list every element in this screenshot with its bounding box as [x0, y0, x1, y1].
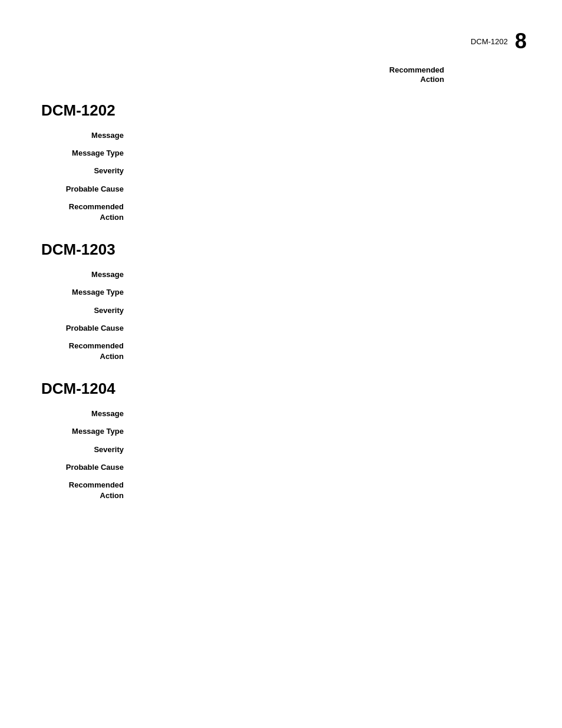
- section-dcm-1202: DCM-1202 Message Message Type Severity P…: [41, 101, 521, 223]
- document-id: DCM-1202: [471, 37, 508, 46]
- field-label-recommended-action-1202: RecommendedAction: [41, 202, 135, 223]
- field-message-1204: Message: [41, 409, 521, 419]
- field-probable-cause-1203: Probable Cause: [41, 323, 521, 334]
- field-label-message-type-1202: Message Type: [41, 148, 135, 159]
- field-label-recommended-action-1204: RecommendedAction: [41, 480, 135, 501]
- field-message-type-1203: Message Type: [41, 287, 521, 298]
- field-label-probable-cause-1204: Probable Cause: [41, 462, 135, 473]
- field-label-message-type-1203: Message Type: [41, 287, 135, 298]
- section-dcm-1203: DCM-1203 Message Message Type Severity P…: [41, 241, 521, 362]
- field-severity-1203: Severity: [41, 305, 521, 316]
- field-recommended-action-1204: RecommendedAction: [41, 480, 521, 501]
- field-label-recommended-action-1203: RecommendedAction: [41, 341, 135, 362]
- field-label-probable-cause-1202: Probable Cause: [41, 184, 135, 195]
- page-header: DCM-1202 8: [471, 31, 527, 52]
- field-message-type-1204: Message Type: [41, 426, 521, 437]
- intro-recommended-action: RecommendedAction: [41, 65, 521, 84]
- page-number: 8: [515, 31, 527, 52]
- intro-recommended-action-label: RecommendedAction: [389, 65, 444, 84]
- section-title-dcm-1202: DCM-1202: [41, 101, 521, 120]
- field-severity-1204: Severity: [41, 444, 521, 455]
- field-recommended-action-1203: RecommendedAction: [41, 341, 521, 362]
- field-label-severity-1203: Severity: [41, 305, 135, 316]
- field-label-severity-1202: Severity: [41, 166, 135, 176]
- field-label-severity-1204: Severity: [41, 444, 135, 455]
- field-recommended-action-1202: RecommendedAction: [41, 202, 521, 223]
- field-label-message-1204: Message: [41, 409, 135, 419]
- field-probable-cause-1204: Probable Cause: [41, 462, 521, 473]
- field-label-message-1203: Message: [41, 269, 135, 280]
- field-probable-cause-1202: Probable Cause: [41, 184, 521, 195]
- field-message-1202: Message: [41, 130, 521, 141]
- field-severity-1202: Severity: [41, 166, 521, 176]
- field-message-type-1202: Message Type: [41, 148, 521, 159]
- field-label-message-type-1204: Message Type: [41, 426, 135, 437]
- page-content: RecommendedAction DCM-1202 Message Messa…: [0, 0, 562, 501]
- section-title-dcm-1204: DCM-1204: [41, 380, 521, 398]
- field-message-1203: Message: [41, 269, 521, 280]
- field-label-message-1202: Message: [41, 130, 135, 141]
- section-dcm-1204: DCM-1204 Message Message Type Severity P…: [41, 380, 521, 501]
- field-label-probable-cause-1203: Probable Cause: [41, 323, 135, 334]
- section-title-dcm-1203: DCM-1203: [41, 241, 521, 259]
